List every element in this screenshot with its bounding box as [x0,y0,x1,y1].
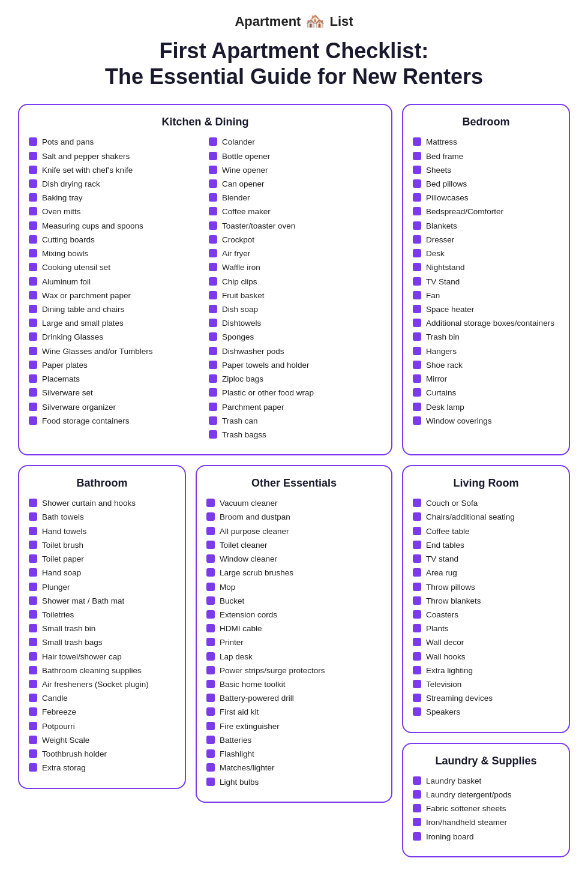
checkbox-icon [29,638,37,646]
checkbox-icon [29,179,37,188]
item-label: Measuring cups and spoons [42,221,202,232]
list-item: Oven mitts [29,206,202,217]
list-item: Extra lighting [413,665,559,676]
checkbox-icon [413,680,421,688]
checkbox-icon [413,249,421,257]
list-item: Toiletries [29,610,175,620]
checkbox-icon [29,305,37,313]
item-label: Throw pillows [426,582,559,593]
item-label: Shoe rack [426,360,559,371]
item-label: Hair towel/shower cap [42,652,175,662]
list-item: Paper towels and holder [209,360,382,371]
list-item: Iron/handheld steamer [413,817,559,828]
checkbox-icon [29,554,37,563]
list-item: Mirror [413,374,559,385]
checkbox-icon [413,527,421,535]
item-label: Iron/handheld steamer [426,817,559,828]
item-label: Wall decor [426,637,559,648]
checkbox-icon [413,347,421,355]
living-room-list: Couch or SofaChairs/additional seatingCo… [413,498,559,721]
checkbox-icon [29,319,37,327]
list-item: Fabric softener sheets [413,803,559,814]
checkbox-icon [29,666,37,674]
list-item: TV stand [413,554,559,565]
item-label: Silverware organizer [42,402,202,413]
item-label: Television [426,679,559,690]
item-label: Dishwasher pods [222,346,382,357]
item-label: Sheets [426,165,559,176]
item-label: Cutting boards [42,235,202,245]
item-label: Extra storag [42,763,175,773]
list-item: Cutting boards [29,235,202,245]
list-item: Waffle iron [209,262,382,273]
bottom-grid: Bathroom Shower curtain and hooksBath to… [18,465,570,857]
item-label: Febreeze [42,707,175,718]
checkbox-icon [413,179,421,188]
kitchen-card: Kitchen & Dining Pots and pansSalt and p… [18,104,392,455]
list-item: Dish soap [209,304,382,315]
item-label: Mattress [426,137,559,148]
list-item: Large scrub brushes [206,568,382,578]
checkbox-icon [413,499,421,507]
item-label: Plunger [42,582,175,593]
checkbox-icon [206,527,215,535]
item-label: Dish soap [222,304,382,315]
checkbox-icon [413,707,421,716]
checkbox-icon [29,541,37,549]
item-label: Salt and pepper shakers [42,151,202,162]
checkbox-icon [29,707,37,716]
checkbox-icon [413,554,421,563]
item-label: Wine Glasses and/or Tumblers [42,346,202,357]
item-label: Trash bagss [222,430,382,440]
bedroom-title: Bedroom [413,116,559,128]
checkbox-icon [29,221,37,230]
item-label: Lap desk [220,652,382,662]
checkbox-icon [29,235,37,244]
item-label: Air fryer [222,248,382,259]
checkbox-icon [209,263,217,271]
list-item: Bath towels [29,512,175,523]
checkbox-icon [29,680,37,688]
checkbox-icon [209,305,217,313]
item-label: Power strips/surge protectors [220,665,382,676]
list-item: Desk [413,248,559,259]
item-label: Crockpot [222,235,382,245]
item-label: Toiletries [42,610,175,620]
list-item: Sponges [209,332,382,343]
list-item: Fan [413,290,559,301]
checkbox-icon [206,707,215,716]
list-item: Candle [29,693,175,704]
item-label: Broom and dustpan [220,512,382,523]
checkbox-icon [206,541,215,549]
item-label: Pillowcases [426,193,559,203]
list-item: Measuring cups and spoons [29,221,202,232]
checkbox-icon [209,152,217,160]
item-label: Coffee table [426,526,559,537]
item-label: Sponges [222,332,382,343]
checkbox-icon [206,736,215,744]
list-item: Vacuum cleaner [206,498,382,509]
list-item: Wine opener [209,165,382,176]
list-item: Wall hooks [413,652,559,662]
list-item: Wax or parchment paper [29,290,202,301]
checkbox-icon [29,291,37,299]
list-item: Couch or Sofa [413,498,559,509]
item-label: Curtains [426,388,559,398]
item-label: Throw blankets [426,596,559,607]
checkbox-icon [413,832,421,841]
kitchen-list: Pots and pansSalt and pepper shakersKnif… [29,137,382,443]
list-item: Toothbrush holder [29,749,175,760]
list-item: Batteries [206,735,382,746]
bathroom-card: Bathroom Shower curtain and hooksBath to… [18,465,186,788]
checkbox-icon [29,361,37,369]
item-label: TV stand [426,554,559,565]
checkbox-icon [29,388,37,397]
item-label: Baking tray [42,193,202,203]
item-label: Large and small plates [42,318,202,329]
checkbox-icon [206,722,215,730]
item-label: Hand soap [42,568,175,578]
item-label: Bath towels [42,512,175,523]
item-label: Fire extinguisher [220,721,382,732]
checkbox-icon [209,332,217,341]
item-label: Couch or Sofa [426,498,559,509]
